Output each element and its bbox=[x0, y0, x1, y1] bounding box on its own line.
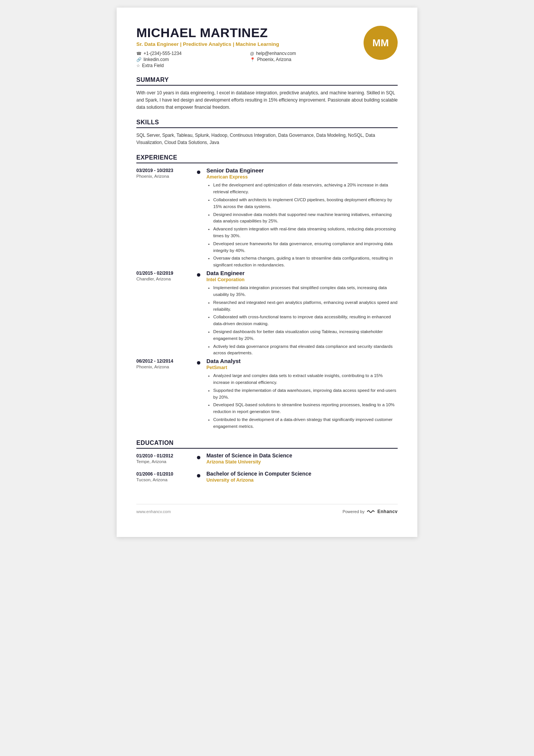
experience-section: EXPERIENCE 03/2019 - 10/2023 Phoenix, Ar… bbox=[136, 154, 398, 431]
edu-location: Tempe, Arizona bbox=[136, 459, 191, 464]
footer-website: www.enhancv.com bbox=[136, 509, 171, 514]
email-item: @ help@enhancv.com bbox=[250, 51, 356, 56]
summary-text: With over 10 years in data engineering, … bbox=[136, 89, 398, 111]
edu-right-col: Master of Science in Data Science Arizon… bbox=[202, 452, 398, 471]
edu-date: 01/2010 - 01/2012 bbox=[136, 453, 191, 459]
edu-school: University of Arizona bbox=[206, 477, 398, 483]
experience-row: 01/2015 - 02/2019 Chandler, Arizona Data… bbox=[136, 270, 398, 358]
education-title: EDUCATION bbox=[136, 440, 398, 449]
candidate-name: MICHAEL MARTINEZ bbox=[136, 26, 356, 40]
bullet-item: Designed dashboards for better data visu… bbox=[213, 329, 398, 342]
exp-left-col: 06/2012 - 12/2014 Phoenix, Arizona bbox=[136, 358, 195, 431]
exp-dot-marker bbox=[197, 273, 200, 277]
location-icon: 📍 bbox=[250, 57, 255, 62]
footer: www.enhancv.com Powered by Enhancv bbox=[136, 504, 398, 514]
contact-grid: ☎ +1-(234)-555-1234 @ help@enhancv.com 🔗… bbox=[136, 51, 356, 68]
location-value: Phoenix, Arizona bbox=[257, 57, 291, 62]
edu-dot-marker bbox=[197, 474, 200, 477]
exp-location: Phoenix, Arizona bbox=[136, 174, 191, 178]
header-left: MICHAEL MARTINEZ Sr. Data Engineer | Pre… bbox=[136, 26, 356, 68]
enhancv-brand-name: Enhancv bbox=[377, 509, 398, 514]
edu-left-col: 01/2010 - 01/2012 Tempe, Arizona bbox=[136, 452, 195, 471]
edu-degree: Master of Science in Data Science bbox=[206, 452, 398, 459]
extra-item: ☆ Extra Field bbox=[136, 63, 242, 68]
skills-title: SKILLS bbox=[136, 119, 398, 128]
exp-job-title: Data Analyst bbox=[206, 358, 398, 364]
education-row: 01/2006 - 01/2010 Tucson, Arizona Bachel… bbox=[136, 471, 398, 489]
star-icon: ☆ bbox=[136, 63, 140, 68]
phone-value: +1-(234)-555-1234 bbox=[144, 51, 181, 56]
exp-company: Intel Corporation bbox=[206, 277, 398, 282]
exp-dot-col bbox=[195, 358, 202, 431]
edu-left-col: 01/2006 - 01/2010 Tucson, Arizona bbox=[136, 471, 195, 489]
linkedin-item: 🔗 linkedin.com bbox=[136, 57, 242, 62]
exp-right-col: Senior Data Engineer American Express Le… bbox=[202, 167, 398, 270]
exp-bullets: Led the development and optimization of … bbox=[206, 182, 398, 269]
exp-dot-col bbox=[195, 270, 202, 358]
education-table: 01/2010 - 01/2012 Tempe, Arizona Master … bbox=[136, 452, 398, 489]
exp-left-col: 03/2019 - 10/2023 Phoenix, Arizona bbox=[136, 167, 195, 270]
email-value: help@enhancv.com bbox=[256, 51, 296, 56]
resume-page: MICHAEL MARTINEZ Sr. Data Engineer | Pre… bbox=[117, 8, 417, 537]
exp-location: Chandler, Arizona bbox=[136, 277, 191, 281]
bullet-item: Analyzed large and complex data sets to … bbox=[213, 373, 398, 386]
experience-row: 03/2019 - 10/2023 Phoenix, Arizona Senio… bbox=[136, 167, 398, 270]
bullet-item: Developed SQL-based solutions to streaml… bbox=[213, 402, 398, 415]
exp-dot-marker bbox=[197, 361, 200, 365]
avatar: MM bbox=[364, 26, 398, 60]
skills-section: SKILLS SQL Server, Spark, Tableau, Splun… bbox=[136, 119, 398, 146]
exp-left-col: 01/2015 - 02/2019 Chandler, Arizona bbox=[136, 270, 195, 358]
exp-job-title: Senior Data Engineer bbox=[206, 167, 398, 174]
exp-company: American Express bbox=[206, 174, 398, 180]
experience-row: 06/2012 - 12/2014 Phoenix, Arizona Data … bbox=[136, 358, 398, 431]
edu-degree: Bachelor of Science in Computer Science bbox=[206, 471, 398, 477]
summary-title: SUMMARY bbox=[136, 77, 398, 86]
bullet-item: Oversaw data schema changes, guiding a t… bbox=[213, 255, 398, 269]
experience-title: EXPERIENCE bbox=[136, 154, 398, 163]
exp-date: 01/2015 - 02/2019 bbox=[136, 271, 191, 276]
edu-right-col: Bachelor of Science in Computer Science … bbox=[202, 471, 398, 489]
bullet-item: Developed secure frameworks for data gov… bbox=[213, 241, 398, 254]
location-item: 📍 Phoenix, Arizona bbox=[250, 57, 356, 62]
bullet-item: Led the development and optimization of … bbox=[213, 182, 398, 196]
edu-dot-col bbox=[195, 471, 202, 489]
exp-right-col: Data Engineer Intel Corporation Implemen… bbox=[202, 270, 398, 358]
bullet-item: Supported the implementation of data war… bbox=[213, 387, 398, 401]
exp-dot-marker bbox=[197, 171, 200, 174]
header: MICHAEL MARTINEZ Sr. Data Engineer | Pre… bbox=[136, 26, 398, 68]
exp-job-title: Data Engineer bbox=[206, 270, 398, 276]
bullet-item: Advanced system integration with real-ti… bbox=[213, 226, 398, 239]
powered-by-label: Powered by bbox=[342, 509, 364, 514]
exp-date: 06/2012 - 12/2014 bbox=[136, 358, 191, 364]
phone-item: ☎ +1-(234)-555-1234 bbox=[136, 51, 242, 56]
bullet-item: Contributed to the development of a data… bbox=[213, 416, 398, 430]
enhancv-logo-icon bbox=[367, 509, 375, 514]
bullet-item: Actively led data governance programs th… bbox=[213, 343, 398, 357]
exp-company: PetSmart bbox=[206, 365, 398, 370]
edu-school: Arizona State University bbox=[206, 459, 398, 465]
education-section: EDUCATION 01/2010 - 01/2012 Tempe, Arizo… bbox=[136, 440, 398, 489]
edu-location: Tucson, Arizona bbox=[136, 477, 191, 482]
exp-location: Phoenix, Arizona bbox=[136, 365, 191, 369]
exp-bullets: Analyzed large and complex data sets to … bbox=[206, 373, 398, 430]
bullet-item: Researched and integrated next-gen analy… bbox=[213, 299, 398, 313]
summary-section: SUMMARY With over 10 years in data engin… bbox=[136, 77, 398, 111]
experience-table: 03/2019 - 10/2023 Phoenix, Arizona Senio… bbox=[136, 167, 398, 431]
phone-icon: ☎ bbox=[136, 51, 142, 56]
exp-bullets: Implemented data integration processes t… bbox=[206, 285, 398, 357]
footer-brand: Powered by Enhancv bbox=[342, 509, 398, 514]
email-icon: @ bbox=[250, 51, 254, 56]
edu-dot-col bbox=[195, 452, 202, 471]
skills-text: SQL Server, Spark, Tableau, Splunk, Hado… bbox=[136, 132, 398, 146]
edu-dot-marker bbox=[197, 456, 200, 459]
bullet-item: Collaborated with cross-functional teams… bbox=[213, 314, 398, 327]
extra-value: Extra Field bbox=[142, 63, 164, 68]
edu-date: 01/2006 - 01/2010 bbox=[136, 471, 191, 477]
bullet-item: Implemented data integration processes t… bbox=[213, 285, 398, 298]
bullet-item: Collaborated with architects to implemen… bbox=[213, 197, 398, 210]
exp-right-col: Data Analyst PetSmart Analyzed large and… bbox=[202, 358, 398, 431]
exp-date: 03/2019 - 10/2023 bbox=[136, 168, 191, 173]
candidate-title: Sr. Data Engineer | Predictive Analytics… bbox=[136, 41, 356, 47]
linkedin-icon: 🔗 bbox=[136, 57, 142, 62]
education-row: 01/2010 - 01/2012 Tempe, Arizona Master … bbox=[136, 452, 398, 471]
